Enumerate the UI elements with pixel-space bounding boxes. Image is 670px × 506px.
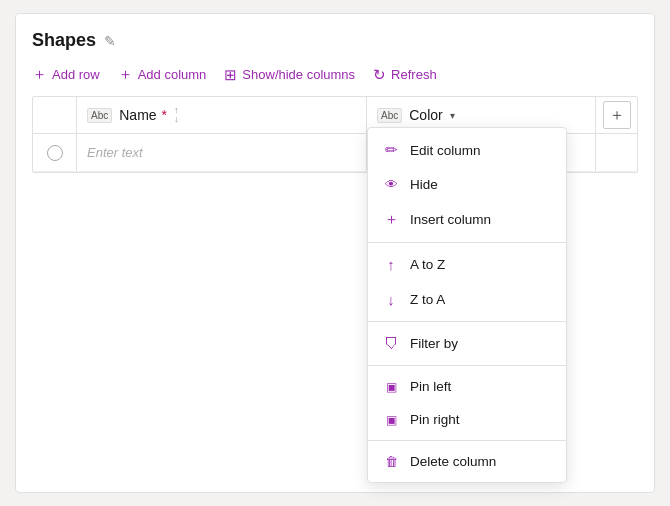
add-column-icon: ＋ bbox=[118, 65, 133, 84]
sort-desc-icon: ↓ bbox=[174, 115, 179, 124]
filter-by-label: Filter by bbox=[410, 336, 458, 351]
name-col-label: Name bbox=[119, 107, 156, 123]
refresh-icon: ↻ bbox=[373, 66, 386, 84]
row-checkbox[interactable] bbox=[47, 145, 63, 161]
refresh-button[interactable]: ↻ Refresh bbox=[373, 66, 437, 84]
refresh-label: Refresh bbox=[391, 67, 437, 82]
panel-title: Shapes bbox=[32, 30, 96, 51]
data-grid: Abc Name * ↑ ↓ Abc Color ▾ ✏ Edit column bbox=[32, 96, 638, 173]
edit-column-icon: ✏ bbox=[382, 141, 400, 159]
dropdown-item-insert-column[interactable]: ＋ Insert column bbox=[368, 201, 566, 238]
name-placeholder-text: Enter text bbox=[87, 145, 143, 160]
pin-right-icon: ▣ bbox=[382, 413, 400, 427]
dropdown-divider-1 bbox=[368, 242, 566, 243]
dropdown-item-delete-column[interactable]: 🗑 Delete column bbox=[368, 445, 566, 478]
color-col-tag: Abc bbox=[377, 108, 402, 123]
add-column-button[interactable]: ＋ Add column bbox=[118, 65, 207, 84]
delete-column-label: Delete column bbox=[410, 454, 496, 469]
row-checkbox-cell[interactable] bbox=[33, 134, 77, 171]
dropdown-item-pin-right[interactable]: ▣ Pin right bbox=[368, 403, 566, 436]
add-column-icon-button[interactable]: ＋ bbox=[603, 101, 631, 129]
color-col-label: Color bbox=[409, 107, 442, 123]
add-row-icon: ＋ bbox=[32, 65, 47, 84]
insert-column-icon: ＋ bbox=[382, 210, 400, 229]
color-col-chevron-icon: ▾ bbox=[450, 110, 455, 121]
dropdown-divider-4 bbox=[368, 440, 566, 441]
edit-column-label: Edit column bbox=[410, 143, 481, 158]
edit-title-icon[interactable]: ✎ bbox=[104, 33, 116, 49]
filter-by-icon: ⛉ bbox=[382, 335, 400, 352]
name-required-star: * bbox=[162, 107, 167, 123]
dropdown-item-filter-by[interactable]: ⛉ Filter by bbox=[368, 326, 566, 361]
z-to-a-icon: ↓ bbox=[382, 291, 400, 308]
show-hide-label: Show/hide columns bbox=[242, 67, 355, 82]
checkbox-column-header bbox=[33, 97, 77, 133]
add-column-header-btn[interactable]: ＋ bbox=[595, 97, 637, 133]
delete-column-icon: 🗑 bbox=[382, 454, 400, 469]
pin-left-label: Pin left bbox=[410, 379, 451, 394]
a-to-z-icon: ↑ bbox=[382, 256, 400, 273]
shapes-panel: Shapes ✎ ＋ Add row ＋ Add column ⊞ Show/h… bbox=[15, 13, 655, 493]
dropdown-item-edit-column[interactable]: ✏ Edit column bbox=[368, 132, 566, 168]
add-row-label: Add row bbox=[52, 67, 100, 82]
z-to-a-label: Z to A bbox=[410, 292, 445, 307]
name-col-tag: Abc bbox=[87, 108, 112, 123]
grid-header-row: Abc Name * ↑ ↓ Abc Color ▾ ✏ Edit column bbox=[33, 97, 637, 134]
add-row-button[interactable]: ＋ Add row bbox=[32, 65, 100, 84]
color-column-dropdown: ✏ Edit column 👁 Hide ＋ Insert column bbox=[367, 127, 567, 483]
dropdown-item-a-to-z[interactable]: ↑ A to Z bbox=[368, 247, 566, 282]
show-hide-button[interactable]: ⊞ Show/hide columns bbox=[224, 66, 355, 84]
insert-column-label: Insert column bbox=[410, 212, 491, 227]
hide-label: Hide bbox=[410, 177, 438, 192]
dropdown-divider-2 bbox=[368, 321, 566, 322]
pin-right-label: Pin right bbox=[410, 412, 460, 427]
toolbar: ＋ Add row ＋ Add column ⊞ Show/hide colum… bbox=[32, 65, 638, 84]
dropdown-item-pin-left[interactable]: ▣ Pin left bbox=[368, 370, 566, 403]
hide-icon: 👁 bbox=[382, 177, 400, 192]
a-to-z-label: A to Z bbox=[410, 257, 445, 272]
row-name-cell[interactable]: Enter text bbox=[77, 134, 367, 171]
dropdown-divider-3 bbox=[368, 365, 566, 366]
color-column-header[interactable]: Abc Color ▾ ✏ Edit column 👁 Hide bbox=[367, 97, 595, 133]
show-hide-icon: ⊞ bbox=[224, 66, 237, 84]
dropdown-item-z-to-a[interactable]: ↓ Z to A bbox=[368, 282, 566, 317]
panel-header: Shapes ✎ bbox=[32, 30, 638, 51]
dropdown-item-hide[interactable]: 👁 Hide bbox=[368, 168, 566, 201]
row-add-cell bbox=[595, 134, 637, 171]
add-column-label: Add column bbox=[138, 67, 207, 82]
pin-left-icon: ▣ bbox=[382, 380, 400, 394]
name-sort-icons: ↑ ↓ bbox=[174, 106, 179, 124]
name-column-header[interactable]: Abc Name * ↑ ↓ bbox=[77, 97, 367, 133]
